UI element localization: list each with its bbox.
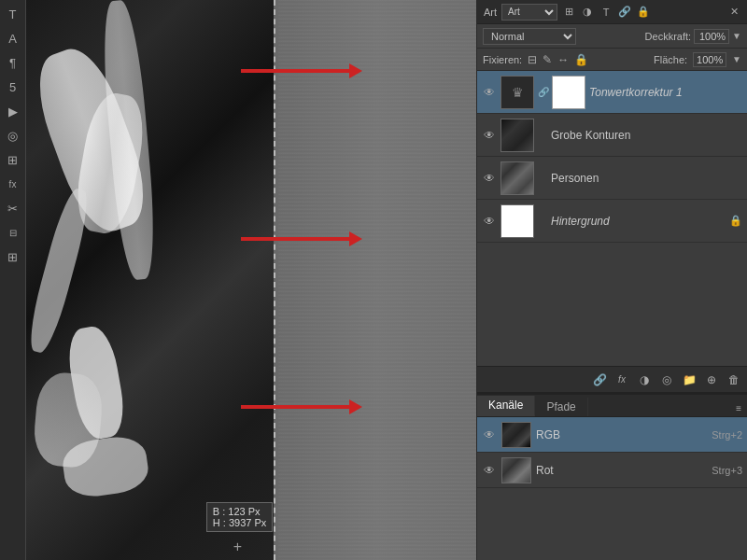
layer-item-personen[interactable]: 👁 Personen xyxy=(477,157,747,200)
art-label: Art xyxy=(483,5,498,20)
fill-label: Fläche: xyxy=(654,54,687,65)
red-arrow-3 xyxy=(241,399,362,414)
fill-input[interactable] xyxy=(693,52,726,67)
tool-circle[interactable]: ◎ xyxy=(3,125,23,146)
fix-icon4[interactable]: 🔒 xyxy=(574,53,588,66)
link-layers-icon[interactable]: 🔗 xyxy=(592,372,607,387)
adjustment-icon[interactable]: ◎ xyxy=(659,372,674,387)
dashed-selection-line xyxy=(274,0,275,560)
layer-link-tonwert: 🔗 xyxy=(538,87,547,97)
layers-list: 👁 ♛ 🔗 Tonwertkorrektur 1 👁 Grobe Konture… xyxy=(477,71,747,366)
fix-icon2[interactable]: ✎ xyxy=(543,53,552,66)
icon5[interactable]: 🔒 xyxy=(636,5,651,20)
channels-list: 👁 RGB Strg+2 👁 Rot Strg+3 xyxy=(477,417,747,560)
info-h: H : 3937 Px xyxy=(213,517,266,528)
tool-move[interactable]: T xyxy=(3,4,23,24)
layer-name-tonwert: Tonwertkorrektur 1 xyxy=(589,86,742,99)
icon2[interactable]: ◑ xyxy=(580,5,595,20)
info-b: B : 123 Px xyxy=(213,506,266,517)
layer-thumb-tonwert: ♛ xyxy=(500,76,534,109)
tool-layers[interactable]: ⊟ xyxy=(3,222,23,243)
red-arrow-1 xyxy=(241,63,362,78)
layer-name-grobe: Grobe Konturen xyxy=(551,129,742,142)
channel-name-rot: Rot xyxy=(536,464,707,477)
layer-thumb-personen xyxy=(500,161,534,195)
tab-paths[interactable]: Pfade xyxy=(535,398,587,416)
channel-thumb-rot xyxy=(501,457,531,483)
icon1[interactable]: ⊞ xyxy=(561,5,576,20)
channel-thumb-rgb xyxy=(501,422,531,448)
layer-thumb-hintergrund xyxy=(500,204,534,238)
opacity-group: Deckkraft: ▼ xyxy=(645,29,741,44)
layer-thumb2-tonwert xyxy=(552,76,585,109)
new-group-icon[interactable]: 📁 xyxy=(682,372,697,387)
left-toolbar: T A ¶ 5 ▶ ◎ ⊞ fx ✂ ⊟ ⊞ xyxy=(0,0,26,560)
fix-icon1[interactable]: ⊟ xyxy=(528,53,537,66)
tool-grid2[interactable]: ⊞ xyxy=(3,246,23,267)
tool-paragraph[interactable]: ¶ xyxy=(3,52,23,73)
channels-panel-menu[interactable]: ≡ xyxy=(730,400,747,416)
canvas-info-box: B : 123 Px H : 3937 Px xyxy=(206,502,273,532)
layer-eye-personen[interactable]: 👁 xyxy=(482,171,497,186)
layer-eye-tonwert[interactable]: 👁 xyxy=(482,85,497,100)
channel-shortcut-rgb: Strg+2 xyxy=(712,429,742,441)
right-panel: Art Art ⊞ ◑ T 🔗 🔒 ✕ Normal Deckkraft: ▼ … xyxy=(476,0,747,560)
channels-panel: Kanäle Pfade ≡ 👁 RGB Strg+2 👁 Rot Strg+3 xyxy=(477,392,747,560)
channel-eye-rot[interactable]: 👁 xyxy=(482,463,497,478)
channel-shortcut-rot: Strg+3 xyxy=(712,465,742,476)
tool-fx[interactable]: fx xyxy=(3,174,23,194)
icon4[interactable]: 🔗 xyxy=(617,5,632,20)
layers-bottom-toolbar: 🔗 fx ◑ ◎ 📁 ⊕ 🗑 xyxy=(477,366,747,392)
add-fx-icon[interactable]: fx xyxy=(614,372,629,387)
art-select[interactable]: Art xyxy=(501,4,557,21)
layer-item-hintergrund[interactable]: 👁 Hintergrund 🔒 xyxy=(477,200,747,243)
canvas-left-image xyxy=(26,0,274,560)
crosshair-icon: + xyxy=(233,539,242,555)
layer-eye-grobe[interactable]: 👁 xyxy=(482,128,497,143)
channel-item-rot[interactable]: 👁 Rot Strg+3 xyxy=(477,453,747,488)
tool-text[interactable]: A xyxy=(3,28,23,49)
tool-grid[interactable]: ⊞ xyxy=(3,149,23,170)
opacity-label: Deckkraft: xyxy=(645,31,692,42)
layer-name-hintergrund: Hintergrund xyxy=(551,215,726,228)
layer-thumb-grobe xyxy=(500,119,534,152)
tab-channels[interactable]: Kanäle xyxy=(477,396,535,416)
fixieren-row: Fixieren: ⊟ ✎ ↔ 🔒 Fläche: ▼ xyxy=(477,49,747,71)
channel-eye-rgb[interactable]: 👁 xyxy=(482,427,497,442)
canvas-right-image xyxy=(278,0,476,560)
layer-item-tonwert[interactable]: 👁 ♛ 🔗 Tonwertkorrektur 1 xyxy=(477,71,747,114)
icon3[interactable]: T xyxy=(599,5,613,20)
red-arrow-2 xyxy=(241,231,362,246)
tool-play[interactable]: ▶ xyxy=(3,101,23,121)
layer-item-grobe[interactable]: 👁 Grobe Konturen xyxy=(477,114,747,157)
canvas-content: B : 123 Px H : 3937 Px + xyxy=(26,0,476,560)
channel-item-rgb[interactable]: 👁 RGB Strg+2 xyxy=(477,417,747,453)
close-panel-icon[interactable]: ✕ xyxy=(726,5,741,20)
blend-opacity-row: Normal Deckkraft: ▼ xyxy=(477,24,747,49)
opacity-input[interactable] xyxy=(694,29,729,44)
layer-name-personen: Personen xyxy=(551,172,742,185)
opacity-dropdown-icon[interactable]: ▼ xyxy=(732,31,741,41)
lock-icon-hintergrund: 🔒 xyxy=(729,215,742,227)
fix-icon3[interactable]: ↔ xyxy=(557,53,569,66)
tool-5[interactable]: 5 xyxy=(3,77,23,97)
fixieren-label: Fixieren: xyxy=(483,54,522,65)
canvas-area: B : 123 Px H : 3937 Px + xyxy=(26,0,476,560)
channel-name-rgb: RGB xyxy=(536,428,707,441)
blend-mode-select[interactable]: Normal xyxy=(483,28,576,45)
layer-eye-hintergrund[interactable]: 👁 xyxy=(482,214,497,229)
tool-scissors[interactable]: ✂ xyxy=(3,198,23,218)
add-mask-icon[interactable]: ◑ xyxy=(637,372,652,387)
panel-top-toolbar: Art Art ⊞ ◑ T 🔗 🔒 ✕ xyxy=(477,0,747,24)
new-layer-icon[interactable]: ⊕ xyxy=(704,372,719,387)
delete-layer-icon[interactable]: 🗑 xyxy=(726,372,741,387)
channels-tabs: Kanäle Pfade ≡ xyxy=(477,393,747,417)
fill-dropdown-icon[interactable]: ▼ xyxy=(732,54,741,64)
